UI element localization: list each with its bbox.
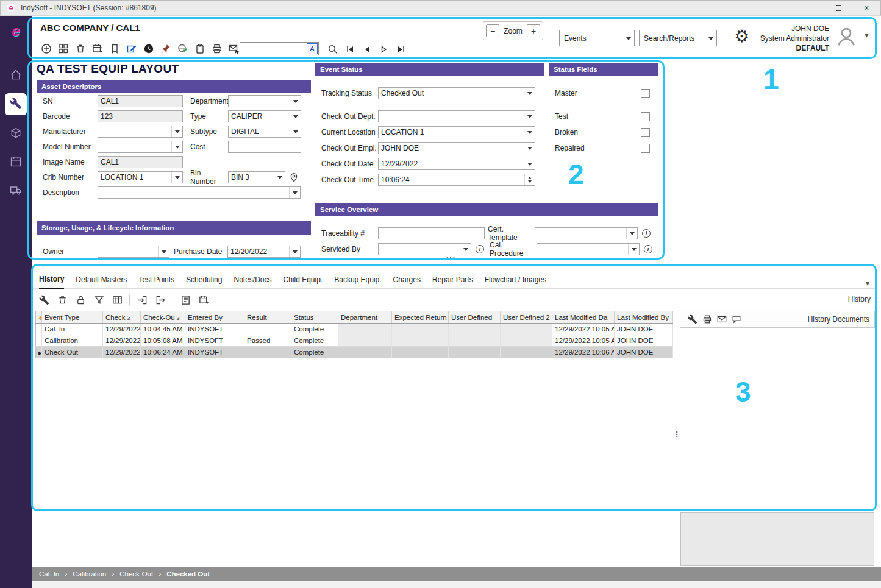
traceability-field[interactable] [378,227,485,239]
tab-charges[interactable]: Charges [393,271,421,289]
next-record-button[interactable] [378,42,390,57]
user-info[interactable]: JOHN DOE System Administrator DEFAULT [744,24,829,53]
first-record-button[interactable] [344,42,356,57]
type-dropdown[interactable]: CALIPER [228,110,301,122]
clipboard-button[interactable] [193,41,207,56]
maximize-button[interactable] [824,1,852,15]
check-out-dept-dropdown[interactable] [378,110,535,122]
sidebar-item-home[interactable] [5,65,27,87]
flow-step-checked-out[interactable]: Checked Out [166,570,210,578]
check-in-button[interactable] [135,292,149,307]
spin-up-icon[interactable] [528,175,532,179]
previous-record-button[interactable] [361,42,373,57]
tab-child-equip[interactable]: Child Equip. [284,271,323,289]
column-header-last-modified-date[interactable]: Last Modified Da [552,311,615,324]
tab-scheduling[interactable]: Scheduling [186,271,222,289]
breadcrumb-company[interactable]: ABC COMPANY [40,23,109,33]
column-header-check-out-time[interactable]: Check-Ou≥ [141,311,185,324]
column-header-expected-return[interactable]: Expected Return [392,311,449,324]
tab-test-points[interactable]: Test Points [138,271,174,289]
events-dropdown[interactable]: Events [559,30,635,46]
minimize-button[interactable]: — [796,1,824,15]
column-header-result[interactable]: Result [244,311,291,324]
print-button[interactable] [210,41,224,56]
edit-button[interactable] [124,41,139,56]
sidebar-item-shipping[interactable] [5,180,27,202]
check-in-time-button[interactable] [141,41,156,56]
test-checkbox[interactable] [641,112,650,121]
new-event-button[interactable] [90,41,105,56]
department-dropdown[interactable] [228,95,301,107]
sidebar-item-equipment[interactable] [5,93,27,115]
tab-flowchart-images[interactable]: Flowchart / Images [485,271,546,289]
check-out-empl-dropdown[interactable]: JOHN DOE [378,142,535,154]
tab-history[interactable]: History [39,271,64,289]
form-view-button[interactable] [178,292,193,307]
search-input[interactable] [240,43,307,55]
avatar[interactable] [834,24,858,49]
add-record-button[interactable] [39,41,54,56]
subtype-dropdown[interactable]: DIGITAL [228,126,301,138]
tab-repair-parts[interactable]: Repair Parts [432,271,473,289]
column-header-last-modified-by[interactable]: Last Modified By [615,311,673,324]
info-icon[interactable]: i [644,245,652,253]
search-icon[interactable] [327,42,339,57]
tracking-status-dropdown[interactable]: Checked Out [378,87,535,99]
tools-wrench-button[interactable] [37,292,51,307]
table-row[interactable]: Calibration12/29/2022 10:05:08 AMINDYSOF… [36,335,673,347]
flow-step-calibration[interactable]: Calibration [73,570,106,578]
delete-row-button[interactable] [55,292,70,307]
flow-step-check-out[interactable]: Check-Out [119,570,153,578]
search-reports-dropdown[interactable]: Search/Reports [639,30,717,46]
table-row[interactable]: Cal. In12/29/2022 10:04:45 AMINDYSOFT Co… [36,324,673,335]
column-header-entered-by[interactable]: Entered By [185,311,244,324]
zoom-out-button[interactable]: − [486,24,499,37]
serviced-by-dropdown[interactable] [378,243,471,255]
crib-number-dropdown[interactable]: LOCATION 1 [98,171,183,183]
column-header-event-type[interactable]: Event Type [42,311,103,324]
zoom-in-button[interactable]: + [527,24,540,37]
column-header-user-defined-2[interactable]: User Defined 2 [501,311,552,324]
cert-template-dropdown[interactable] [535,227,638,239]
user-menu-chevron-icon[interactable]: ▾ [865,30,869,40]
location-pin-icon[interactable] [289,172,299,182]
cal-procedure-dropdown[interactable] [537,243,640,255]
repaired-checkbox[interactable] [641,144,650,153]
tab-backup-equip[interactable]: Backup Equip. [334,271,381,289]
filter-button[interactable] [91,292,106,307]
image-name-field[interactable]: CAL1 [98,156,183,168]
owner-dropdown[interactable] [98,246,169,258]
current-location-dropdown[interactable]: LOCATION 1 [378,126,535,138]
info-icon[interactable]: i [642,229,651,238]
master-checkbox[interactable] [641,89,650,98]
sn-field[interactable]: CAL1 [98,95,183,107]
spin-down-icon[interactable] [528,180,532,185]
check-out-button[interactable] [153,292,168,307]
layout-grid-button[interactable] [56,41,71,56]
barcode-field[interactable]: 123 [98,110,183,122]
bin-number-dropdown[interactable]: BIN 3 [228,171,285,183]
column-header-status[interactable]: Status [291,311,338,324]
documents-tools-button[interactable] [685,312,700,327]
vertical-splitter-handle[interactable]: ⋮ [673,430,680,439]
match-case-toggle[interactable]: A [307,43,318,54]
table-row-selected[interactable]: ▶ Check-Out12/29/2022 10:06:24 AMINDYSOF… [36,347,673,358]
check-out-time-spinner[interactable]: 10:06:24 [378,174,535,186]
info-icon[interactable]: i [476,245,484,253]
certify-button[interactable] [176,41,190,56]
check-out-date-field[interactable]: 12/29/2022 [378,158,535,170]
column-header-check-date[interactable]: Check≥ [103,311,141,324]
flow-step-cal-in[interactable]: Cal. In [39,570,59,578]
cost-field[interactable] [228,141,301,153]
sidebar-item-assets[interactable] [5,123,27,145]
column-header-user-defined[interactable]: User Defined [449,311,501,324]
delete-button[interactable] [73,41,88,56]
column-header-department[interactable]: Department [338,311,392,324]
bookmark-button[interactable] [107,41,122,56]
purchase-date-field[interactable]: 12/20/2022 [227,246,301,258]
last-record-button[interactable] [395,42,407,57]
tab-default-masters[interactable]: Default Masters [76,271,127,289]
breadcrumb-asset[interactable]: CAL1 [116,23,140,33]
model-number-dropdown[interactable] [98,141,183,153]
pushpin-button[interactable] [159,41,173,56]
